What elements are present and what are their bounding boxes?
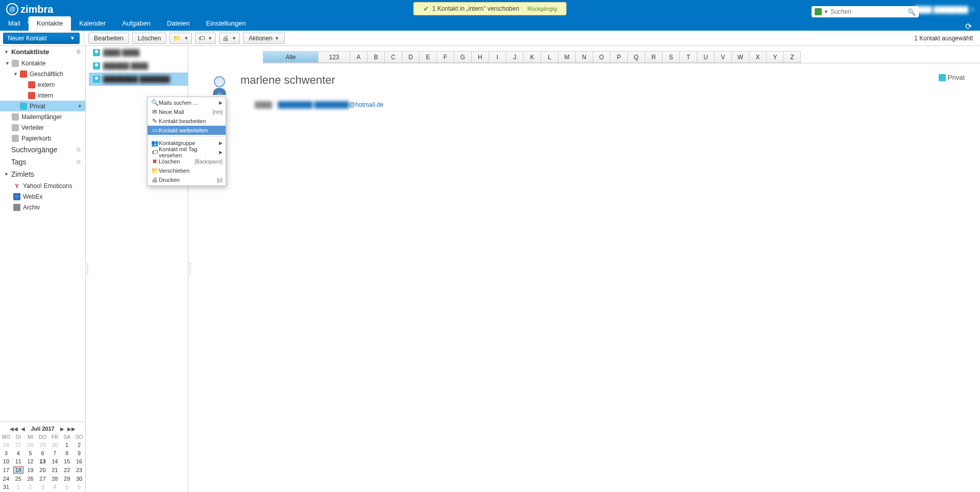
ctx-delete[interactable]: ✖ Löschen [Backspace] — [148, 157, 226, 166]
cal-day[interactable]: 18 — [12, 465, 24, 475]
alpha-letter[interactable]: R — [645, 51, 662, 63]
cal-day[interactable]: 16 — [73, 457, 85, 465]
cal-day[interactable]: 29 — [37, 441, 49, 449]
cal-day[interactable]: 2 — [24, 483, 37, 491]
cal-day[interactable]: 17 — [0, 465, 12, 475]
ctx-move[interactable]: 📁 Verschieben — [148, 166, 226, 175]
cal-day[interactable]: 15 — [61, 457, 73, 465]
cal-day[interactable]: 2 — [73, 441, 85, 449]
edit-button[interactable]: Bearbeiten — [88, 33, 129, 44]
tree-trash[interactable]: Papierkorb — [0, 133, 85, 144]
cal-day[interactable]: 27 — [12, 441, 24, 449]
cal-day[interactable]: 24 — [0, 475, 12, 483]
cal-day[interactable]: 5 — [24, 449, 37, 457]
tree-contacts[interactable]: ▼ Kontakte — [0, 58, 85, 68]
alpha-letter[interactable]: M — [558, 51, 575, 63]
cal-day[interactable]: 1 — [12, 483, 24, 491]
alpha-letter[interactable]: P — [610, 51, 627, 63]
cal-next-year[interactable]: ▶▶ — [66, 426, 77, 432]
actions-button[interactable]: Aktionen▼ — [243, 33, 285, 44]
alpha-letter[interactable]: Q — [627, 51, 645, 63]
cal-day[interactable]: 26 — [24, 475, 37, 483]
alpha-letter[interactable]: G — [454, 51, 471, 63]
section-zimlets[interactable]: ▼ Zimlets — [0, 168, 85, 180]
gear-icon[interactable]: ⚙ — [76, 147, 81, 153]
alpha-letter[interactable]: C — [384, 51, 402, 63]
user-menu[interactable]: ████ ████████ ▼ — [915, 6, 975, 13]
cal-prev-month[interactable]: ◀ — [19, 426, 27, 432]
tree-extern[interactable]: extern — [0, 79, 85, 90]
alpha-letter[interactable]: D — [402, 51, 419, 63]
tag-button[interactable]: 🏷▼ — [195, 33, 216, 44]
cal-title[interactable]: Juli 2017 — [31, 426, 54, 432]
tab-settings[interactable]: Einstellungen — [198, 16, 254, 31]
gear-icon[interactable]: ⚙ — [76, 49, 81, 55]
alpha-letter[interactable]: H — [471, 51, 488, 63]
tab-tasks[interactable]: Aufgaben — [114, 16, 159, 31]
alpha-letter[interactable]: X — [749, 51, 766, 63]
cal-day[interactable]: 3 — [0, 449, 12, 457]
tree-intern[interactable]: intern — [0, 90, 85, 101]
ctx-forward-contact[interactable]: ▭ Kontakt weiterleiten — [148, 126, 226, 135]
cal-day[interactable]: 12 — [24, 457, 37, 465]
tab-files[interactable]: Dateien — [159, 16, 198, 31]
cal-day[interactable]: 28 — [24, 441, 37, 449]
new-contact-button[interactable]: Neuer Kontakt ▼ — [3, 33, 80, 44]
ctx-new-mail[interactable]: ✉ Neue Mail [nm] — [148, 107, 226, 116]
cal-day[interactable]: 30 — [48, 441, 61, 449]
alpha-letter[interactable]: Z — [783, 51, 801, 63]
delete-button[interactable]: Löschen — [132, 33, 166, 44]
undo-link[interactable]: Rückgängig — [527, 6, 557, 12]
alpha-letter[interactable]: N — [575, 51, 593, 63]
alpha-letter[interactable]: O — [593, 51, 610, 63]
refresh-button[interactable]: ⟳ — [965, 21, 972, 31]
list-item[interactable]: ████ ████ — [89, 46, 188, 59]
alpha-letter[interactable]: U — [697, 51, 714, 63]
logo[interactable]: @ zimbra A SYNACOR PRODUCT — [6, 3, 53, 15]
tree-distribution[interactable]: Verteiler — [0, 122, 85, 133]
search-input[interactable] — [830, 8, 908, 15]
tree-private[interactable]: Privat ▼ — [0, 101, 85, 111]
tab-mail[interactable]: Mail — [0, 16, 29, 31]
list-item[interactable]: ██████ ████ — [89, 59, 188, 73]
cal-day[interactable]: 14 — [48, 457, 61, 465]
move-button[interactable]: 📁▼ — [169, 33, 192, 44]
search-box[interactable]: ▼ 🔍 — [812, 6, 919, 17]
cal-day[interactable]: 8 — [61, 449, 73, 457]
alpha-letter[interactable]: L — [541, 51, 558, 63]
cal-day[interactable]: 23 — [73, 465, 85, 475]
cal-day[interactable]: 30 — [73, 475, 85, 483]
alpha-letter[interactable]: T — [679, 51, 697, 63]
cal-day[interactable]: 20 — [37, 465, 49, 475]
cal-day[interactable]: 10 — [0, 457, 12, 465]
section-searches[interactable]: Suchvorgänge ⚙ — [0, 144, 85, 156]
cal-day[interactable]: 27 — [37, 475, 49, 483]
zimlet-yahoo[interactable]: Y Yahoo! Emoticons — [0, 180, 85, 191]
alpha-letter[interactable]: A — [350, 51, 367, 63]
cal-day[interactable]: 3 — [37, 483, 49, 491]
alpha-letter[interactable]: E — [419, 51, 436, 63]
cal-prev-year[interactable]: ◀◀ — [8, 426, 19, 432]
alpha-letter[interactable]: J — [506, 51, 523, 63]
cal-day[interactable]: 28 — [48, 475, 61, 483]
search-scope-dropdown[interactable]: ▼ — [824, 9, 828, 14]
print-button[interactable]: 🖨▼ — [219, 33, 240, 44]
alpha-letter[interactable]: W — [731, 51, 749, 63]
search-scope-icon[interactable] — [815, 8, 822, 15]
alpha-letter[interactable]: F — [436, 51, 454, 63]
cal-day[interactable]: 19 — [24, 465, 37, 475]
cal-day[interactable]: 4 — [12, 449, 24, 457]
cal-day[interactable]: 11 — [12, 457, 24, 465]
cal-day[interactable]: 26 — [0, 441, 12, 449]
email-value[interactable]: ████████ ████████@hotmail.de — [278, 101, 383, 108]
alpha-letter[interactable]: I — [488, 51, 506, 63]
cal-day[interactable]: 6 — [73, 483, 85, 491]
cal-day[interactable]: 13 — [37, 457, 49, 465]
cal-day[interactable]: 25 — [12, 475, 24, 483]
cal-day[interactable]: 21 — [48, 465, 61, 475]
cal-day[interactable]: 9 — [73, 449, 85, 457]
list-item[interactable]: ████████ ███████ — [89, 73, 188, 86]
cal-day[interactable]: 22 — [61, 465, 73, 475]
alpha-123[interactable]: 123 — [318, 51, 350, 63]
cal-day[interactable]: 4 — [48, 483, 61, 491]
